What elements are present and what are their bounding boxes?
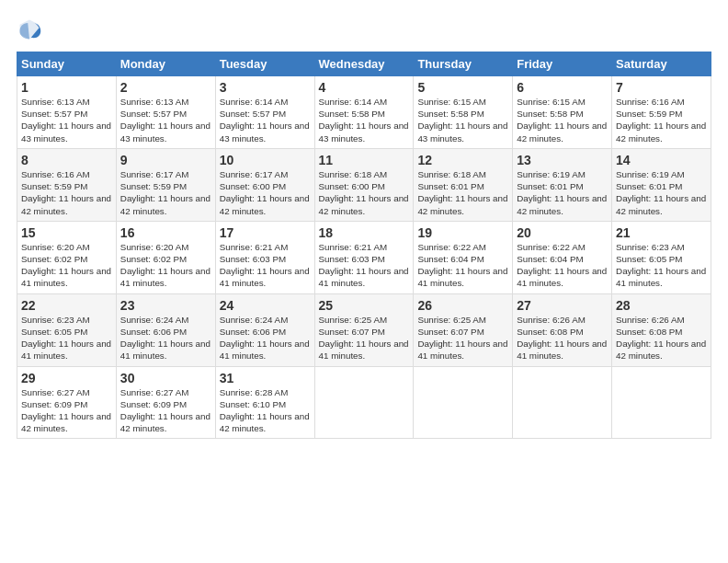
day-number: 12: [417, 153, 508, 167]
calendar-cell: [314, 366, 414, 439]
sunrise-label: Sunrise: 6:21 AM: [319, 242, 388, 252]
calendar-cell: 21 Sunrise: 6:23 AM Sunset: 6:05 PM Dayl…: [612, 221, 711, 293]
calendar-cell: 19 Sunrise: 6:22 AM Sunset: 6:04 PM Dayl…: [414, 221, 513, 293]
sunset-label: Sunset: 6:10 PM: [220, 399, 286, 409]
daylight-label: Daylight: 11 hours and 41 minutes.: [616, 266, 706, 288]
sunset-label: Sunset: 6:09 PM: [21, 399, 87, 409]
daylight-label: Daylight: 11 hours and 41 minutes.: [517, 339, 607, 361]
calendar-cell: 9 Sunrise: 6:17 AM Sunset: 5:59 PM Dayli…: [116, 148, 215, 221]
sunrise-label: Sunrise: 6:23 AM: [21, 315, 90, 325]
sunset-label: Sunset: 5:57 PM: [21, 109, 87, 119]
daylight-label: Daylight: 11 hours and 43 minutes.: [21, 121, 111, 143]
calendar-cell: 8 Sunrise: 6:16 AM Sunset: 5:59 PM Dayli…: [17, 148, 117, 221]
calendar-cell: 2 Sunrise: 6:13 AM Sunset: 5:57 PM Dayli…: [116, 76, 215, 149]
sunset-label: Sunset: 6:00 PM: [220, 181, 286, 191]
calendar-cell: [612, 366, 711, 439]
day-number: 25: [319, 298, 410, 313]
day-info: Sunrise: 6:21 AM Sunset: 6:03 PM Dayligh…: [319, 241, 410, 290]
calendar-cell: 23 Sunrise: 6:24 AM Sunset: 6:06 PM Dayl…: [116, 293, 215, 366]
logo: [17, 17, 46, 42]
day-number: 4: [319, 80, 410, 95]
calendar-cell: 13 Sunrise: 6:19 AM Sunset: 6:01 PM Dayl…: [513, 148, 612, 221]
daylight-label: Daylight: 11 hours and 42 minutes.: [220, 193, 310, 215]
day-number: 18: [319, 225, 410, 240]
sunrise-label: Sunrise: 6:22 AM: [517, 242, 586, 252]
calendar-cell: 6 Sunrise: 6:15 AM Sunset: 5:58 PM Dayli…: [513, 76, 612, 149]
daylight-label: Daylight: 11 hours and 41 minutes.: [220, 266, 310, 288]
calendar-cell: 7 Sunrise: 6:16 AM Sunset: 5:59 PM Dayli…: [612, 76, 711, 149]
day-number: 27: [517, 298, 608, 313]
day-number: 2: [120, 80, 211, 95]
sunrise-label: Sunrise: 6:17 AM: [220, 169, 289, 179]
calendar-cell: 20 Sunrise: 6:22 AM Sunset: 6:04 PM Dayl…: [513, 221, 612, 293]
sunset-label: Sunset: 6:04 PM: [417, 254, 483, 264]
calendar-cell: [513, 366, 612, 439]
day-number: 20: [517, 225, 608, 240]
sunrise-label: Sunrise: 6:25 AM: [417, 315, 486, 325]
sunrise-label: Sunrise: 6:24 AM: [220, 315, 289, 325]
calendar-cell: 4 Sunrise: 6:14 AM Sunset: 5:58 PM Dayli…: [314, 76, 414, 149]
day-info: Sunrise: 6:26 AM Sunset: 6:08 PM Dayligh…: [616, 314, 707, 362]
day-number: 22: [21, 298, 112, 313]
day-info: Sunrise: 6:27 AM Sunset: 6:09 PM Dayligh…: [21, 386, 112, 435]
day-number: 24: [220, 298, 311, 313]
sunset-label: Sunset: 6:08 PM: [616, 327, 682, 337]
day-number: 30: [120, 371, 211, 385]
calendar-cell: 15 Sunrise: 6:20 AM Sunset: 6:02 PM Dayl…: [17, 221, 117, 293]
calendar-cell: 27 Sunrise: 6:26 AM Sunset: 6:08 PM Dayl…: [513, 293, 612, 366]
day-number: 29: [21, 371, 112, 385]
sunrise-label: Sunrise: 6:13 AM: [120, 97, 189, 107]
calendar-cell: 16 Sunrise: 6:20 AM Sunset: 6:02 PM Dayl…: [116, 221, 215, 293]
calendar-header-monday: Monday: [116, 52, 215, 76]
day-info: Sunrise: 6:13 AM Sunset: 5:57 PM Dayligh…: [21, 96, 112, 144]
calendar-week-5: 29 Sunrise: 6:27 AM Sunset: 6:09 PM Dayl…: [17, 366, 711, 439]
sunrise-label: Sunrise: 6:13 AM: [21, 97, 90, 107]
day-info: Sunrise: 6:18 AM Sunset: 6:01 PM Dayligh…: [417, 168, 508, 217]
daylight-label: Daylight: 11 hours and 41 minutes.: [120, 339, 210, 361]
day-number: 1: [21, 80, 112, 95]
day-info: Sunrise: 6:17 AM Sunset: 6:00 PM Dayligh…: [220, 168, 311, 217]
logo-icon: [17, 17, 42, 42]
day-info: Sunrise: 6:20 AM Sunset: 6:02 PM Dayligh…: [120, 241, 211, 290]
daylight-label: Daylight: 11 hours and 43 minutes.: [319, 121, 409, 143]
sunrise-label: Sunrise: 6:18 AM: [319, 169, 388, 179]
sunrise-label: Sunrise: 6:25 AM: [319, 315, 388, 325]
sunset-label: Sunset: 5:58 PM: [417, 109, 483, 119]
day-info: Sunrise: 6:21 AM Sunset: 6:03 PM Dayligh…: [220, 241, 311, 290]
day-info: Sunrise: 6:13 AM Sunset: 5:57 PM Dayligh…: [120, 96, 211, 144]
sunset-label: Sunset: 5:58 PM: [319, 109, 385, 119]
day-info: Sunrise: 6:19 AM Sunset: 6:01 PM Dayligh…: [517, 168, 608, 217]
day-info: Sunrise: 6:28 AM Sunset: 6:10 PM Dayligh…: [220, 386, 311, 435]
daylight-label: Daylight: 11 hours and 43 minutes.: [120, 121, 210, 143]
day-number: 21: [616, 225, 707, 240]
day-info: Sunrise: 6:16 AM Sunset: 5:59 PM Dayligh…: [21, 168, 112, 217]
sunset-label: Sunset: 5:57 PM: [220, 109, 286, 119]
daylight-label: Daylight: 11 hours and 41 minutes.: [417, 339, 507, 361]
day-number: 9: [120, 153, 211, 167]
sunrise-label: Sunrise: 6:16 AM: [616, 97, 685, 107]
daylight-label: Daylight: 11 hours and 42 minutes.: [616, 339, 706, 361]
header: [17, 17, 711, 42]
daylight-label: Daylight: 11 hours and 42 minutes.: [616, 193, 706, 215]
sunset-label: Sunset: 6:01 PM: [616, 181, 682, 191]
daylight-label: Daylight: 11 hours and 42 minutes.: [517, 193, 607, 215]
sunset-label: Sunset: 5:58 PM: [517, 109, 583, 119]
sunset-label: Sunset: 5:59 PM: [120, 181, 187, 191]
day-info: Sunrise: 6:15 AM Sunset: 5:58 PM Dayligh…: [517, 96, 608, 144]
calendar-cell: 25 Sunrise: 6:25 AM Sunset: 6:07 PM Dayl…: [314, 293, 414, 366]
daylight-label: Daylight: 11 hours and 42 minutes.: [120, 411, 210, 433]
calendar-table: SundayMondayTuesdayWednesdayThursdayFrid…: [17, 52, 711, 439]
sunset-label: Sunset: 6:05 PM: [616, 254, 682, 264]
sunrise-label: Sunrise: 6:21 AM: [220, 242, 289, 252]
day-info: Sunrise: 6:27 AM Sunset: 6:09 PM Dayligh…: [120, 386, 211, 435]
calendar-header-thursday: Thursday: [414, 52, 513, 76]
day-number: 15: [21, 225, 112, 240]
calendar-cell: 24 Sunrise: 6:24 AM Sunset: 6:06 PM Dayl…: [215, 293, 314, 366]
day-number: 31: [220, 371, 311, 385]
day-info: Sunrise: 6:14 AM Sunset: 5:58 PM Dayligh…: [319, 96, 410, 144]
calendar-week-4: 22 Sunrise: 6:23 AM Sunset: 6:05 PM Dayl…: [17, 293, 711, 366]
day-number: 13: [517, 153, 608, 167]
sunset-label: Sunset: 6:07 PM: [319, 327, 385, 337]
daylight-label: Daylight: 11 hours and 43 minutes.: [417, 121, 507, 143]
day-info: Sunrise: 6:19 AM Sunset: 6:01 PM Dayligh…: [616, 168, 707, 217]
